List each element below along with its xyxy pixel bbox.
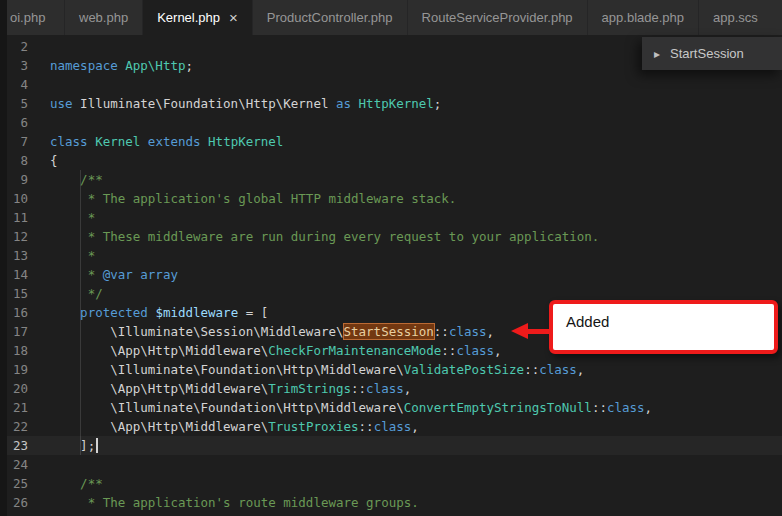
code-segment: * [50, 248, 95, 263]
code-line[interactable]: 4 [0, 75, 782, 94]
code-line[interactable]: 9 /** [0, 170, 782, 189]
code-text: * The application's route middleware gro… [43, 493, 419, 512]
tab-app-blade-php[interactable]: app.blade.php [588, 0, 698, 35]
code-segment: , [487, 324, 495, 339]
close-icon[interactable]: × [229, 10, 238, 25]
tab-label: oi.php [10, 10, 45, 25]
code-line[interactable]: 8{ [0, 151, 782, 170]
code-segment: CheckForMaintenanceMode [268, 343, 441, 358]
code-line[interactable]: 5use Illuminate\Foundation\Http\Kernel a… [0, 94, 782, 113]
tab-label: app.blade.php [602, 10, 684, 25]
startsession-popup[interactable]: ▸ StartSession [642, 37, 782, 70]
code-segment: use [50, 96, 73, 111]
code-segment: * These middleware are run during every … [50, 229, 599, 244]
code-segment: = [ [238, 305, 268, 320]
code-segment: @var array [103, 267, 178, 282]
code-segment: HttpKernel [208, 134, 283, 149]
code-segment: /** [50, 476, 103, 491]
code-line[interactable]: 10 * The application's global HTTP middl… [0, 189, 782, 208]
tab-web-php[interactable]: web.php [65, 0, 142, 35]
code-segment: Kernel [95, 134, 140, 149]
code-segment [351, 96, 359, 111]
tab-label: web.php [79, 10, 128, 25]
code-segment: class [607, 400, 645, 415]
code-line[interactable]: 19 \Illuminate\Foundation\Http\Middlewar… [0, 360, 782, 379]
tab-productcontroller-php[interactable]: ProductController.php [253, 0, 407, 35]
tab-oi-php[interactable]: oi.php [0, 0, 64, 35]
code-text: /** [43, 170, 103, 189]
code-segment: ; [185, 58, 193, 73]
tab-app-scss[interactable]: app.scs [699, 0, 782, 35]
window-edge-strip [0, 0, 7, 516]
code-segment: class [539, 362, 577, 377]
code-line[interactable]: 25 /** [0, 474, 782, 493]
text-cursor [96, 438, 98, 453]
code-segment: , [411, 419, 419, 434]
code-segment: ]; [50, 438, 95, 453]
code-text: \Illuminate\Session\Middleware\StartSess… [43, 322, 494, 341]
code-segment [50, 305, 80, 320]
code-segment [201, 134, 209, 149]
tab-kernel-php[interactable]: Kernel.php × [143, 0, 252, 35]
added-annotation-box: Added [549, 300, 778, 354]
popup-label: StartSession [670, 46, 744, 61]
code-segment: * [50, 210, 95, 225]
code-editor[interactable]: 23namespace App\Http;45use Illuminate\Fo… [0, 35, 782, 516]
tab-label: Kernel.php [157, 10, 220, 25]
code-text: \App\Http\Middleware\TrimStrings::class, [43, 379, 411, 398]
code-text: * @var array [43, 265, 178, 284]
code-segment: protected [80, 305, 148, 320]
code-segment: class [449, 324, 487, 339]
code-text [43, 37, 50, 56]
code-segment: class [50, 134, 88, 149]
code-text: use Illuminate\Foundation\Http\Kernel as… [43, 94, 441, 113]
code-segment [140, 134, 148, 149]
code-segment: as [336, 96, 351, 111]
code-segment: :: [434, 324, 449, 339]
code-segment: \Illuminate\Foundation\Http\Middleware\ [50, 400, 404, 415]
code-line[interactable]: 14 * @var array [0, 265, 782, 284]
chevron-right-icon: ▸ [654, 47, 660, 61]
code-line[interactable]: 21 \Illuminate\Foundation\Http\Middlewar… [0, 398, 782, 417]
code-line[interactable]: 12 * These middleware are run during eve… [0, 227, 782, 246]
code-text: \Illuminate\Foundation\Http\Middleware\C… [43, 398, 652, 417]
code-segment: \App\Http\Middleware\ [50, 343, 268, 358]
code-segment: * [50, 267, 103, 282]
code-line[interactable]: 13 * [0, 246, 782, 265]
code-segment: $middleware [155, 305, 238, 320]
code-line[interactable]: 22 \App\Http\Middleware\TrustProxies::cl… [0, 417, 782, 436]
code-segment: * The application's global HTTP middlewa… [50, 191, 456, 206]
annotation-label: Added [566, 313, 609, 330]
code-segment: \Illuminate\Session\Middleware\ [50, 324, 344, 339]
code-segment: , [404, 381, 412, 396]
code-segment: class [366, 381, 404, 396]
code-text [43, 455, 50, 474]
code-line[interactable]: 7class Kernel extends HttpKernel [0, 132, 782, 151]
tab-label: ProductController.php [267, 10, 393, 25]
code-segment: HttpKernel [359, 96, 434, 111]
code-text: * These middleware are run during every … [43, 227, 599, 246]
code-text: \App\Http\Middleware\CheckForMaintenance… [43, 341, 502, 360]
code-line[interactable]: 24 [0, 455, 782, 474]
code-segment: * The application's route middleware gro… [50, 495, 419, 510]
code-text: /** [43, 474, 103, 493]
code-line[interactable]: 26 * The application's route middleware … [0, 493, 782, 512]
code-line[interactable]: 20 \App\Http\Middleware\TrimStrings::cla… [0, 379, 782, 398]
code-line[interactable]: 11 * [0, 208, 782, 227]
code-segment: ConvertEmptyStringsToNull [404, 400, 592, 415]
code-text: */ [43, 284, 103, 303]
code-segment: { [50, 153, 58, 168]
code-line[interactable]: 6 [0, 113, 782, 132]
highlighted-token: StartSession [344, 324, 434, 339]
code-segment: App\Http [125, 58, 185, 73]
code-text [43, 113, 50, 132]
code-text: * [43, 208, 95, 227]
code-segment: */ [50, 286, 103, 301]
tab-bar: oi.php web.php Kernel.php × ProductContr… [0, 0, 782, 35]
code-segment: class [374, 419, 412, 434]
code-line[interactable]: 23 ]; [0, 436, 782, 455]
code-segment: \Illuminate\Foundation\Http\Middleware\ [50, 362, 404, 377]
code-segment: :: [351, 381, 366, 396]
code-segment: \App\Http\Middleware\ [50, 381, 268, 396]
tab-routeserviceprovider-php[interactable]: RouteServiceProvider.php [408, 0, 587, 35]
